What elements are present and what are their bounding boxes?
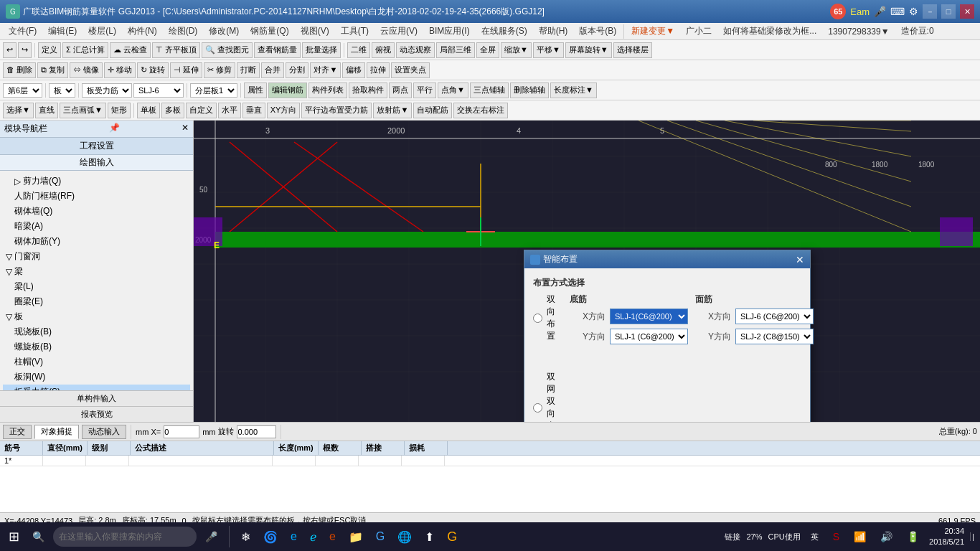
start-button[interactable]: ⊞ (4, 527, 24, 546)
minimize-button[interactable]: － (923, 4, 937, 19)
find-element-button[interactable]: 🔍 查找图元 (202, 42, 253, 58)
maximize-button[interactable]: □ (941, 4, 956, 19)
menu-floor[interactable]: 楼层(L) (83, 24, 122, 39)
sidebar-report[interactable]: 报表预览 (0, 406, 193, 422)
cloud-check-button[interactable]: ☁ 云检查 (110, 42, 151, 58)
taskbar-app-1[interactable]: ❄ (237, 529, 255, 545)
taskbar-app-3[interactable]: 🌐 (393, 529, 416, 545)
sum-button[interactable]: Σ 汇总计算 (62, 42, 108, 58)
batch-select-button[interactable]: 批量选择 (302, 42, 341, 58)
settings-icon[interactable]: ⚙ (909, 6, 918, 17)
top-view-button[interactable]: 俯视 (372, 42, 395, 58)
sidebar-item-slab[interactable]: ▽ 板 (3, 309, 190, 324)
rebar-name-select[interactable]: SLJ-6 (133, 83, 184, 98)
menu-draw[interactable]: 绘图(D) (163, 24, 204, 39)
rotate-elem-button[interactable]: ↻ 旋转 (137, 62, 169, 78)
sidebar-item-cast-slab[interactable]: 现浇板(B) (3, 324, 190, 339)
rotate-input[interactable] (237, 425, 276, 438)
select-button[interactable]: 选择▼ (3, 103, 34, 118)
edit-rebar-button[interactable]: 编辑钢筋 (268, 83, 307, 98)
sidebar-item-beam[interactable]: ▽ 梁 (3, 264, 190, 279)
taskbar-clock[interactable]: 20:34 2018/5/21 (929, 526, 964, 548)
menu-file[interactable]: 文件(F) (3, 24, 42, 39)
top-x-select[interactable]: SLJ-6 (C6@200) (735, 309, 814, 324)
sidebar-item-slab-hole[interactable]: 板洞(W) (3, 369, 190, 385)
sidebar-item-antiwall[interactable]: 人防门框墙(RF) (3, 189, 190, 204)
trim-button[interactable]: ✂ 修剪 (204, 62, 235, 78)
sidebar-item-masonry[interactable]: 砌体墙(Q) (3, 204, 190, 219)
bottom-y-select[interactable]: SLJ-1 (C6@200) (610, 329, 688, 344)
auto-rebar-button[interactable]: 自动配筋 (413, 103, 452, 118)
taskbar-app-5[interactable]: G (443, 528, 461, 546)
taskbar-app-4[interactable]: ⬆ (420, 529, 438, 545)
sidebar-pin-icon[interactable]: 📌 (109, 123, 120, 135)
xy-dir-button[interactable]: XY方向 (267, 103, 301, 118)
tab-object-snap[interactable]: 对象捕捉 (34, 425, 79, 439)
tab-dynamic-input[interactable]: 动态输入 (82, 425, 126, 439)
sidebar-item-anbeam[interactable]: 暗梁(A) (3, 219, 190, 234)
property-button[interactable]: 属性 (244, 83, 267, 98)
cortana-mic-button[interactable]: 🎤 (201, 529, 222, 544)
radial-button[interactable]: 放射筋▼ (373, 103, 412, 118)
stretch-button[interactable]: 拉伸 (367, 62, 390, 78)
delete-aux-button[interactable]: 删除辅轴 (510, 83, 549, 98)
keyboard-icon[interactable]: ⌨ (890, 6, 905, 17)
radio-dual-input[interactable] (533, 403, 542, 413)
taskbar-app-g[interactable]: G (372, 529, 389, 545)
parallel-button[interactable]: 平行 (413, 83, 436, 98)
taskbar-network-icon[interactable]: 📶 (849, 529, 870, 544)
taskbar-battery-icon[interactable]: 🔋 (903, 529, 923, 544)
rect-button[interactable]: 矩形 (108, 103, 131, 118)
swap-label-button[interactable]: 交换左右标注 (453, 103, 508, 118)
menu-rebar[interactable]: 钢筋量(Q) (245, 24, 294, 39)
multi-board-button[interactable]: 多板 (161, 103, 184, 118)
menu-tools[interactable]: 工具(T) (335, 24, 374, 39)
orbit-button[interactable]: 动态观察 (396, 42, 435, 58)
menu-guangxiao[interactable]: 广小二 (680, 24, 717, 39)
sidebar-drawing-title[interactable]: 绘图输入 (0, 155, 193, 171)
menu-version[interactable]: 版本号(B) (573, 24, 622, 39)
merge-button[interactable]: 合并 (261, 62, 284, 78)
radio-bidirectional[interactable]: 双向布置 (533, 293, 555, 342)
menu-tip[interactable]: 如何将基础梁修改为框... (717, 24, 822, 39)
search-button[interactable]: 🔍 (28, 529, 49, 544)
show-desktop-button[interactable]: | (970, 532, 976, 541)
delete-button[interactable]: 🗑 删除 (3, 62, 36, 78)
taskbar-app-edge[interactable]: ℯ (306, 529, 321, 545)
layer-num-select[interactable]: 分层板1 (190, 83, 237, 98)
vertical-button[interactable]: 垂直 (242, 103, 265, 118)
taskbar-app-2[interactable]: 🌀 (259, 529, 282, 545)
menu-cloud[interactable]: 云应用(V) (374, 24, 423, 39)
rebar-type-select[interactable]: 板受力筋 (82, 83, 132, 98)
taskbar-sogou[interactable]: S (829, 529, 844, 544)
dialog-close-button[interactable]: ✕ (796, 254, 804, 265)
sidebar-item-masonry-rebar[interactable]: 砌体加筋(Y) (3, 234, 190, 249)
parallel-edge-button[interactable]: 平行边布置受力筋 (301, 103, 372, 118)
radio-dual-network[interactable]: 双网双向布置 (533, 371, 555, 422)
menu-edit[interactable]: 编辑(E) (42, 24, 83, 39)
custom-button[interactable]: 自定义 (186, 103, 217, 118)
component-type-select[interactable]: 板 (49, 83, 75, 98)
top-y-select[interactable]: SLJ-2 (C8@150) (735, 329, 814, 344)
copy-button[interactable]: ⧉ 复制 (37, 62, 68, 78)
sidebar-item-slab-rebar[interactable]: 板受力筋(S) (3, 385, 190, 390)
taskbar-app-ie[interactable]: e (286, 529, 301, 545)
taskbar-lang[interactable]: 英 (806, 530, 823, 544)
pan-button[interactable]: 平移▼ (533, 42, 564, 58)
menu-view[interactable]: 视图(V) (295, 24, 335, 39)
move-button[interactable]: ✛ 移动 (104, 62, 136, 78)
mirror-button[interactable]: ⇔ 镜像 (70, 62, 103, 78)
two-point-button[interactable]: 两点 (389, 83, 412, 98)
bottom-x-select[interactable]: SLJ-1(C6@200) (610, 309, 688, 324)
split-button[interactable]: 分割 (286, 62, 308, 78)
point-angle-button[interactable]: 点角▼ (438, 83, 468, 98)
2d-button[interactable]: 二维 (347, 42, 370, 58)
sidebar-project-title[interactable]: 工程设置 (0, 138, 193, 155)
select-floor-button[interactable]: 选择楼层 (613, 42, 652, 58)
sidebar-item-spiral-slab[interactable]: 螺旋板(B) (3, 339, 190, 354)
menu-help[interactable]: 帮助(H) (533, 24, 574, 39)
mm-x-input[interactable] (164, 425, 199, 438)
arc-button[interactable]: 三点画弧▼ (60, 103, 106, 118)
sidebar-close-icon[interactable]: ✕ (182, 123, 189, 135)
extend-button[interactable]: ⊣ 延伸 (170, 62, 202, 78)
